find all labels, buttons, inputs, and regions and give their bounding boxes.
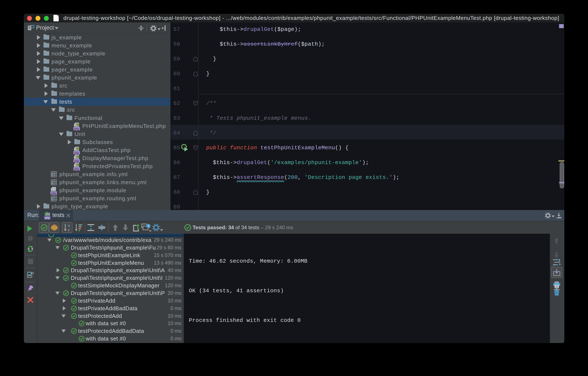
svg-text:a: a <box>68 223 70 228</box>
svg-text:z: z <box>68 228 70 232</box>
